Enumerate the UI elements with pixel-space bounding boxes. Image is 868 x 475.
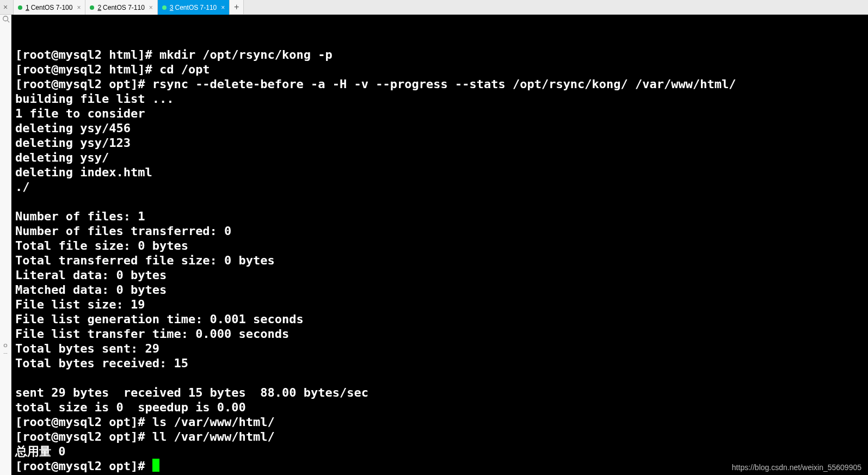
sidebar-label: O ... — [0, 342, 11, 355]
terminal-line: Total bytes sent: 29 — [15, 341, 864, 356]
add-tab-button[interactable]: + — [230, 0, 244, 14]
terminal-line: File list generation time: 0.001 seconds — [15, 312, 864, 326]
sidebar: O ... — [0, 15, 11, 475]
terminal-line: File list transfer time: 0.000 seconds — [15, 326, 864, 341]
terminal-line: deleting ysy/ — [15, 150, 864, 165]
terminal-line — [15, 371, 864, 385]
status-dot-icon — [162, 5, 167, 10]
status-dot-icon — [90, 5, 94, 10]
tab-2[interactable]: 2 CentOS 7-110× — [85, 0, 157, 15]
terminal-line: building file list ... — [15, 91, 864, 106]
tab-1[interactable]: 1 CentOS 7-100× — [13, 0, 85, 15]
svg-line-1 — [7, 21, 9, 23]
close-all-icon[interactable]: × — [3, 3, 8, 11]
terminal-line: deleting index.html — [15, 165, 864, 180]
terminal-line: ./ — [15, 180, 864, 194]
terminal-line: sent 29 bytes received 15 bytes 88.00 by… — [15, 385, 864, 400]
terminal-line — [15, 194, 864, 209]
terminal-line: [root@mysql2 html]# cd /opt — [15, 62, 864, 77]
prompt-line: [root@mysql2 opt]# — [15, 459, 152, 473]
tab-index: 2 — [97, 4, 101, 11]
terminal[interactable]: [root@mysql2 html]# mkdir /opt/rsync/kon… — [11, 15, 868, 475]
svg-point-0 — [3, 16, 8, 21]
close-tab-icon[interactable]: × — [145, 4, 153, 11]
tab-label: CentOS 7-110 — [103, 4, 145, 11]
terminal-line: Number of files: 1 — [15, 209, 864, 224]
tab-index: 3 — [170, 4, 174, 11]
terminal-line: Matched data: 0 bytes — [15, 282, 864, 297]
terminal-line: Number of files transferred: 0 — [15, 224, 864, 238]
terminal-line: Total transferred file size: 0 bytes — [15, 253, 864, 268]
tab-index: 1 — [26, 4, 29, 11]
terminal-line: Total bytes received: 15 — [15, 356, 864, 371]
terminal-line: deleting ysy/123 — [15, 135, 864, 150]
tab-label: CentOS 7-110 — [175, 4, 217, 11]
cursor — [152, 459, 159, 472]
terminal-line: [root@mysql2 opt]# rsync --delete-before… — [15, 77, 864, 91]
terminal-line: deleting ysy/456 — [15, 121, 864, 135]
close-tab-icon[interactable]: × — [72, 4, 81, 11]
terminal-line: Total file size: 0 bytes — [15, 238, 864, 253]
watermark: https://blog.csdn.net/weixin_55609905 — [732, 463, 861, 472]
terminal-line: 1 file to consider — [15, 106, 864, 121]
terminal-line: [root@mysql2 opt]# ls /var/www/html/ — [15, 415, 864, 429]
terminal-line: 总用量 0 — [15, 444, 864, 459]
tab-3[interactable]: 3 CentOS 7-110× — [158, 0, 230, 15]
tab-bar: × 1 CentOS 7-100×2 CentOS 7-110×3 CentOS… — [0, 0, 868, 15]
terminal-line: [root@mysql2 html]# mkdir /opt/rsync/kon… — [15, 47, 864, 62]
status-dot-icon — [18, 5, 22, 10]
search-icon[interactable] — [0, 15, 11, 27]
terminal-line: File list size: 19 — [15, 297, 864, 312]
terminal-line: total size is 0 speedup is 0.00 — [15, 400, 864, 415]
terminal-line: [root@mysql2 opt]# ll /var/www/html/ — [15, 429, 864, 444]
tab-label: CentOS 7-100 — [31, 4, 73, 11]
terminal-line: Literal data: 0 bytes — [15, 268, 864, 282]
close-tab-icon[interactable]: × — [217, 4, 225, 11]
